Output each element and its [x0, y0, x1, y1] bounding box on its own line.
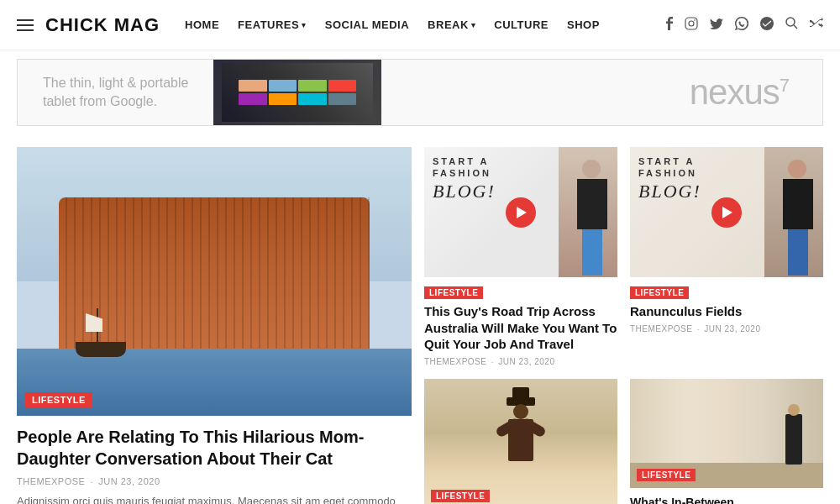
article-bot-right: Lifestyle What's In-Between THEMEXPOSE -…: [630, 379, 823, 505]
meta-separator: -: [90, 477, 93, 486]
article-top-right: START A FASHION Blog! Lifestyle Ranuncul…: [630, 147, 823, 366]
top-right-author: THEMEXPOSE: [630, 324, 692, 333]
facebook-icon[interactable]: [665, 17, 673, 34]
nexus-brand-logo: nexus7: [690, 72, 789, 113]
advertisement-banner: The thin, light & portable tablet from G…: [17, 59, 823, 126]
nav-culture[interactable]: CULTURE: [494, 18, 549, 31]
nav-shop[interactable]: SHOP: [567, 18, 600, 31]
svg-point-4: [689, 21, 694, 26]
svg-rect-0: [17, 19, 34, 21]
search-icon[interactable]: [785, 17, 798, 33]
featured-article-image[interactable]: Lifestyle: [17, 147, 412, 416]
article-top-right-body: Lifestyle Ranunculus Fields THEMEXPOSE -…: [630, 277, 823, 333]
featured-article-date: JUN 23, 2020: [98, 476, 160, 486]
article-top-mid-body: Lifestyle This Guy's Road Trip Across Au…: [424, 277, 617, 366]
ship-decoration: [67, 307, 134, 357]
article-bot-mid-image[interactable]: Lifestyle: [424, 379, 617, 505]
article-tag-top-mid[interactable]: Lifestyle: [424, 286, 483, 299]
article-top-right-image[interactable]: START A FASHION Blog!: [630, 147, 823, 277]
article-tag-bot-right[interactable]: Lifestyle: [637, 469, 696, 481]
featured-article-author: THEMEXPOSE: [17, 476, 85, 486]
svg-point-6: [760, 17, 774, 30]
site-logo[interactable]: CHICK MAG: [45, 14, 160, 36]
article-top-right-meta: THEMEXPOSE - JUN 23, 2020: [630, 324, 823, 333]
top-mid-date: JUN 23, 2020: [498, 357, 554, 366]
article-bot-right-body: What's In-Between THEMEXPOSE - JUN 23, 2…: [630, 488, 823, 505]
nav-social-media[interactable]: SOCIAL MEDIA: [325, 18, 409, 31]
nav-home[interactable]: HOME: [185, 18, 219, 31]
featured-article: Lifestyle People Are Relating To This Hi…: [17, 147, 412, 504]
article-top-mid-title[interactable]: This Guy's Road Trip Across Australia Wi…: [424, 303, 617, 353]
top-mid-author: THEMEXPOSE: [424, 357, 486, 366]
banner-text: The thin, light & portable tablet from G…: [18, 59, 213, 126]
featured-article-meta: THEMEXPOSE - JUN 23, 2020: [17, 476, 412, 486]
content-grid: Lifestyle People Are Relating To This Hi…: [0, 134, 840, 504]
svg-line-8: [794, 25, 797, 29]
article-top-mid-image[interactable]: START A FASHION Blog!: [424, 147, 617, 277]
article-top-mid-meta: THEMEXPOSE - JUN 23, 2020: [424, 357, 617, 366]
top-right-date: JUN 23, 2020: [704, 324, 760, 333]
article-top-right-title[interactable]: Ranunculus Fields: [630, 303, 823, 320]
article-bot-right-image[interactable]: Lifestyle: [630, 379, 823, 488]
svg-rect-3: [685, 18, 697, 29]
header: CHICK MAG HOME FEATURES▾ SOCIAL MEDIA BR…: [0, 0, 840, 50]
article-top-mid: START A FASHION Blog! Lifestyle This Guy…: [424, 147, 617, 366]
hamburger-menu[interactable]: [17, 17, 34, 34]
banner-logo: nexus7: [381, 72, 822, 113]
banner-product-image: [213, 59, 381, 126]
article-bot-mid: Lifestyle 33 Holy Grail Beauty Products …: [424, 379, 617, 505]
article-tag-top-right[interactable]: Lifestyle: [630, 286, 689, 299]
article-tag-big[interactable]: Lifestyle: [25, 392, 92, 407]
svg-point-5: [694, 19, 696, 21]
nav-break[interactable]: BREAK▾: [428, 18, 475, 31]
whatsapp-icon[interactable]: [735, 17, 748, 34]
article-tag-bot-mid[interactable]: Lifestyle: [431, 490, 490, 502]
play-button-right[interactable]: [711, 197, 742, 228]
twitter-icon[interactable]: [710, 18, 723, 33]
featured-article-excerpt: Adignissim orci quis mauris feugiat maxi…: [17, 493, 412, 504]
nav-features[interactable]: FEATURES▾: [238, 18, 307, 31]
article-bot-right-title[interactable]: What's In-Between: [630, 495, 823, 505]
main-nav: HOME FEATURES▾ SOCIAL MEDIA BREAK▾ CULTU…: [185, 18, 665, 31]
desert-figure: [496, 404, 546, 505]
svg-rect-1: [17, 24, 34, 26]
instagram-icon[interactable]: [685, 17, 698, 34]
svg-rect-2: [17, 29, 34, 31]
header-icons: [665, 17, 823, 34]
featured-article-body: People Are Relating To This Hilarious Mo…: [17, 416, 412, 504]
right-articles-column: Lifestyle What's In-Between THEMEXPOSE -…: [630, 379, 823, 505]
play-button-mid[interactable]: [506, 197, 536, 228]
telegram-icon[interactable]: [760, 17, 774, 34]
featured-article-title[interactable]: People Are Relating To This Hilarious Mo…: [17, 426, 412, 470]
shuffle-icon[interactable]: [810, 18, 823, 33]
svg-point-7: [786, 18, 795, 26]
